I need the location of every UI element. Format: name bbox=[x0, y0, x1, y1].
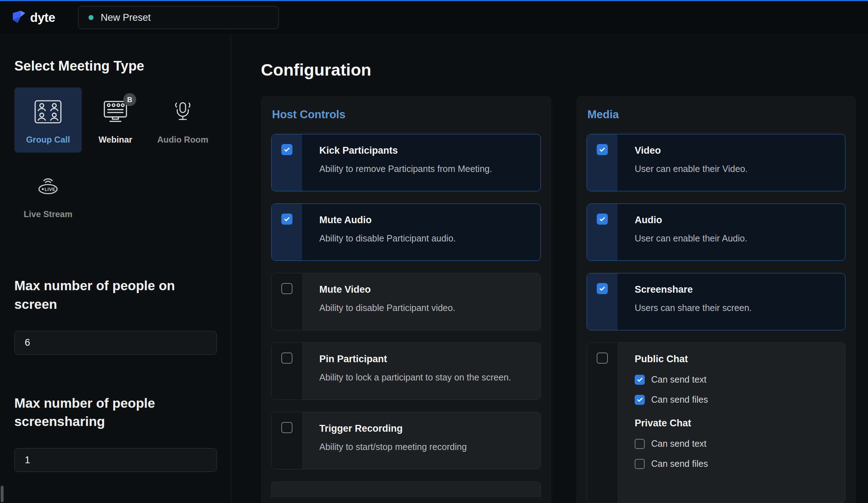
max-screenshare-input[interactable] bbox=[14, 448, 217, 472]
config-card-mute-video[interactable]: Mute VideoAbility to disable Participant… bbox=[271, 273, 541, 330]
checkbox-checked[interactable] bbox=[635, 395, 645, 405]
card-body: Public ChatCan send textCan send filesPr… bbox=[617, 343, 845, 503]
card-description: User can enable their Video. bbox=[635, 162, 833, 176]
checkbox-unchecked[interactable] bbox=[635, 459, 645, 469]
checkbox-strip bbox=[587, 273, 617, 330]
config-card-pin-participant[interactable]: Pin ParticipantAbility to lock a partici… bbox=[271, 342, 541, 400]
card-description: Ability to disable Participant video. bbox=[319, 301, 528, 315]
card-description: Ability to lock a participant to stay on… bbox=[319, 370, 528, 385]
card-title: Pin Participant bbox=[319, 354, 528, 365]
card-title: Trigger Recording bbox=[319, 423, 528, 434]
checkbox-unchecked[interactable] bbox=[597, 353, 608, 364]
card-body: AudioUser can enable their Audio. bbox=[617, 204, 845, 260]
main-content: Configuration Host ControlsKick Particip… bbox=[232, 34, 868, 503]
checkbox-checked[interactable] bbox=[281, 214, 292, 225]
card-body: VideoUser can enable their Video. bbox=[617, 134, 845, 191]
checkbox-checked[interactable] bbox=[635, 375, 645, 385]
meeting-type-label: Audio Room bbox=[157, 135, 209, 145]
card-subheading: Private Chat bbox=[635, 418, 833, 429]
checkbox-checked[interactable] bbox=[597, 283, 608, 294]
max-screenshare-label: Max number of people screensharing bbox=[14, 394, 210, 431]
card-title: Video bbox=[635, 145, 833, 156]
meeting-type-group-call[interactable]: Group Call bbox=[14, 87, 82, 153]
config-card-screenshare[interactable]: ScreenshareUsers can share their screen. bbox=[587, 273, 845, 330]
chat-option-label: Can send text bbox=[651, 374, 706, 385]
card-description: User can enable their Audio. bbox=[635, 231, 833, 246]
chat-option: Can send files bbox=[635, 459, 833, 469]
checkbox-unchecked[interactable] bbox=[281, 353, 292, 364]
meeting-type-label: Live Stream bbox=[24, 209, 72, 219]
chat-option-label: Can send text bbox=[651, 439, 706, 449]
checkbox-unchecked[interactable] bbox=[635, 439, 645, 449]
checkbox-strip bbox=[272, 273, 302, 330]
meeting-type-label: Webinar bbox=[99, 135, 132, 145]
card-title: Mute Audio bbox=[319, 215, 528, 226]
checkbox-strip bbox=[272, 204, 302, 260]
webinar-beta-badge: B bbox=[123, 93, 136, 106]
checkbox-strip bbox=[587, 134, 617, 191]
config-card-partial bbox=[271, 482, 541, 497]
card-title: Screenshare bbox=[635, 284, 833, 295]
card-description: Ability to remove Participants from Meet… bbox=[319, 162, 528, 176]
meeting-type-label: Group Call bbox=[26, 135, 70, 145]
card-body: Kick ParticipantsAbility to remove Parti… bbox=[302, 134, 540, 191]
checkbox-checked[interactable] bbox=[597, 144, 608, 155]
topbar: dyte New Preset bbox=[0, 1, 868, 34]
sidebar: Select Meeting Type Group CallBWebinarAu… bbox=[0, 34, 231, 503]
section-heading: Host Controls bbox=[272, 108, 541, 121]
config-card-trigger-recording[interactable]: Trigger RecordingAbility to start/stop m… bbox=[271, 412, 541, 469]
card-title: Mute Video bbox=[319, 284, 528, 295]
dyte-logo-icon bbox=[11, 9, 27, 26]
section-host-controls: Host ControlsKick ParticipantsAbility to… bbox=[261, 96, 551, 503]
checkbox-strip bbox=[272, 412, 302, 469]
live-stream-icon: LIVE bbox=[33, 171, 63, 201]
card-title: Kick Participants bbox=[319, 145, 528, 156]
card-body: Pin ParticipantAbility to lock a partici… bbox=[302, 343, 540, 399]
meeting-type-grid: Group CallBWebinarAudio RoomLIVELive Str… bbox=[14, 87, 217, 227]
card-body: Mute VideoAbility to disable Participant… bbox=[302, 273, 540, 330]
config-sections: Host ControlsKick ParticipantsAbility to… bbox=[261, 96, 868, 503]
checkbox-strip bbox=[587, 343, 617, 503]
checkbox-checked[interactable] bbox=[281, 144, 292, 155]
svg-text:LIVE: LIVE bbox=[44, 187, 55, 192]
checkbox-checked[interactable] bbox=[597, 214, 608, 225]
audio-room-icon bbox=[168, 97, 198, 127]
chat-option: Can send text bbox=[635, 374, 833, 385]
chat-option: Can send text bbox=[635, 439, 833, 449]
card-body: Trigger RecordingAbility to start/stop m… bbox=[302, 412, 540, 469]
meeting-type-audio-room[interactable]: Audio Room bbox=[149, 87, 216, 153]
chat-option-label: Can send files bbox=[651, 459, 708, 469]
sidebar-heading: Select Meeting Type bbox=[14, 58, 216, 74]
section-media: MediaVideoUser can enable their Video.Au… bbox=[576, 96, 856, 503]
chat-option-label: Can send files bbox=[651, 394, 708, 405]
checkbox-strip bbox=[587, 204, 617, 260]
checkbox-strip bbox=[272, 134, 302, 191]
card-body: Mute AudioAbility to disable Participant… bbox=[302, 204, 540, 260]
chat-option: Can send files bbox=[635, 394, 833, 405]
card-description: Ability to disable Participant audio. bbox=[319, 231, 528, 246]
group-call-icon bbox=[33, 97, 63, 127]
card-description: Ability to start/stop meeting recording bbox=[319, 440, 528, 454]
top-accent-line bbox=[0, 0, 868, 1]
max-people-on-screen-input[interactable] bbox=[14, 331, 217, 355]
card-title: Public Chat bbox=[635, 354, 833, 365]
checkbox-unchecked[interactable] bbox=[281, 283, 292, 294]
card-title: Audio bbox=[635, 215, 833, 226]
page-title: Configuration bbox=[261, 60, 868, 80]
preset-status-dot bbox=[89, 15, 94, 20]
preset-selector[interactable]: New Preset bbox=[78, 6, 279, 29]
config-card-audio[interactable]: AudioUser can enable their Audio. bbox=[587, 203, 845, 261]
meeting-type-live-stream[interactable]: LIVELive Stream bbox=[14, 162, 82, 227]
config-card-mute-audio[interactable]: Mute AudioAbility to disable Participant… bbox=[271, 203, 541, 261]
config-card-public-chat[interactable]: Public ChatCan send textCan send filesPr… bbox=[587, 342, 845, 503]
checkbox-strip bbox=[272, 343, 302, 399]
webinar-icon: B bbox=[100, 97, 130, 127]
config-card-kick-participants[interactable]: Kick ParticipantsAbility to remove Parti… bbox=[271, 134, 541, 191]
checkbox-unchecked[interactable] bbox=[281, 422, 292, 433]
config-card-video[interactable]: VideoUser can enable their Video. bbox=[587, 134, 845, 191]
preset-name: New Preset bbox=[101, 12, 151, 23]
card-description: Users can share their screen. bbox=[635, 301, 833, 315]
scrollbar-thumb[interactable] bbox=[1, 486, 4, 502]
meeting-type-webinar[interactable]: BWebinar bbox=[82, 87, 149, 153]
card-body: ScreenshareUsers can share their screen. bbox=[617, 273, 845, 330]
